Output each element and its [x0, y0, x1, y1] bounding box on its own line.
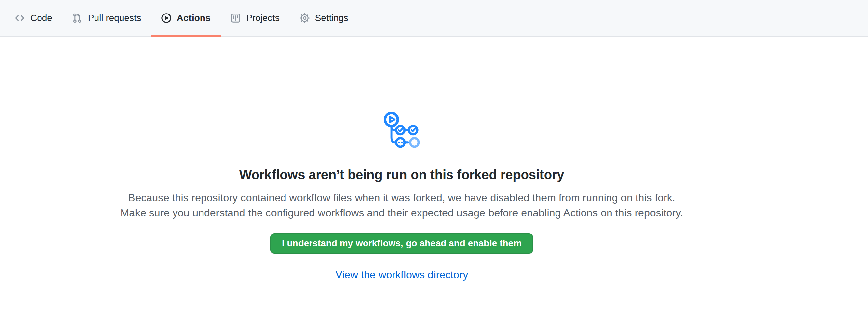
tab-code[interactable]: Code: [5, 0, 62, 36]
tab-actions[interactable]: Actions: [151, 0, 221, 36]
workflow-graph-icon: [383, 111, 421, 148]
blankslate-description: Because this repository contained workfl…: [119, 190, 685, 221]
repo-tab-bar: Code Pull requests Actions: [0, 0, 868, 37]
tab-label: Pull requests: [88, 13, 141, 23]
tab-label: Projects: [246, 13, 280, 23]
tab-projects[interactable]: Projects: [221, 0, 289, 36]
tab-label: Actions: [177, 13, 211, 23]
play-circle-icon: [161, 13, 172, 23]
actions-blankslate: Workflows aren’t being run on this forke…: [0, 37, 803, 281]
project-icon: [230, 13, 241, 23]
tab-pull-requests[interactable]: Pull requests: [62, 0, 151, 36]
enable-workflows-button[interactable]: I understand my workflows, go ahead and …: [270, 233, 533, 254]
gear-icon: [299, 13, 310, 23]
page-title: Workflows aren’t being run on this forke…: [0, 167, 803, 182]
tab-label: Code: [30, 13, 52, 23]
tab-label: Settings: [315, 13, 348, 23]
view-workflows-directory-link[interactable]: View the workflows directory: [335, 269, 468, 281]
pull-request-icon: [72, 13, 83, 23]
code-icon: [14, 13, 25, 23]
tab-settings[interactable]: Settings: [289, 0, 358, 36]
